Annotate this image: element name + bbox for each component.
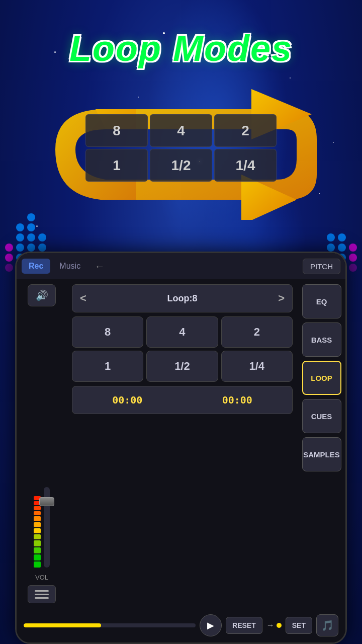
loop-overlay-quarter: 1/4 xyxy=(214,149,277,182)
loop-overlay-buttons: 8 4 2 1 1/2 1/4 xyxy=(80,109,282,187)
level-bar-5 xyxy=(34,516,41,521)
fader-area xyxy=(34,310,50,568)
level-bar-8 xyxy=(34,534,41,539)
loop-prev-button[interactable]: < xyxy=(80,292,86,305)
bass-button[interactable]: BASS xyxy=(302,323,341,357)
reset-button[interactable]: RESET xyxy=(226,617,262,634)
loop-nav: < Loop:8 > xyxy=(72,284,293,312)
music-add-icon: 🎵 xyxy=(321,619,334,631)
loop-btn-1[interactable]: 1 xyxy=(72,351,143,382)
menu-line-3 xyxy=(35,597,49,599)
loop-overlay-1: 1 xyxy=(85,149,148,182)
play-button[interactable]: ▶ xyxy=(200,614,222,636)
cue-arrow: → xyxy=(266,621,282,630)
loop-next-button[interactable]: > xyxy=(278,292,285,305)
speaker-button[interactable]: 🔊 xyxy=(28,284,56,306)
level-bar-7 xyxy=(34,528,41,533)
fader-handle[interactable] xyxy=(39,497,54,506)
page-title: Loop Modes xyxy=(69,28,293,69)
center-panel: < Loop:8 > 8 4 2 1 1/2 1/4 xyxy=(67,279,298,608)
loop-nav-label: Loop:8 xyxy=(167,293,198,304)
level-bar-3 xyxy=(34,506,41,510)
cues-button[interactable]: CUES xyxy=(302,399,341,433)
level-bar-6 xyxy=(34,522,41,527)
loop-modes-graphic: 8 4 2 1 1/2 1/4 xyxy=(35,79,327,220)
loop-btn-8[interactable]: 8 xyxy=(72,316,143,348)
speaker-icon: 🔊 xyxy=(36,289,48,301)
left-panel: 🔊 xyxy=(17,279,67,608)
level-bar-4 xyxy=(34,511,41,515)
right-panel: EQ BASS LOOP CUES SAMPLES xyxy=(298,279,345,608)
loop-btn-half[interactable]: 1/2 xyxy=(146,351,218,382)
level-bar-11 xyxy=(34,554,41,560)
set-button[interactable]: SET xyxy=(286,617,312,634)
volume-fader[interactable] xyxy=(44,487,50,568)
menu-button[interactable] xyxy=(28,585,56,603)
progress-fill xyxy=(24,623,101,627)
arrow-icon: → xyxy=(266,621,275,630)
bottom-bar: ▶ RESET → SET 🎵 xyxy=(17,608,345,642)
loop-overlay-half: 1/2 xyxy=(150,149,212,182)
time-row: 00:00 00:00 xyxy=(72,386,293,414)
loop-button[interactable]: LOOP xyxy=(302,361,341,395)
loop-overlay-8: 8 xyxy=(85,114,148,147)
samples-button[interactable]: SAMPLES xyxy=(302,437,341,471)
loop-grid: 8 4 2 1 1/2 1/4 xyxy=(72,316,293,382)
add-music-button[interactable]: 🎵 xyxy=(316,614,338,636)
cue-dot xyxy=(277,623,282,628)
loop-overlay-2: 2 xyxy=(214,114,277,147)
top-bar: Rec Music ← PITCH xyxy=(17,253,345,279)
time-left: 00:00 xyxy=(112,394,142,406)
loop-btn-quarter[interactable]: 1/4 xyxy=(221,351,293,382)
device-screen: Rec Music ← PITCH 🔊 xyxy=(15,252,347,644)
progress-bar[interactable] xyxy=(24,623,196,627)
menu-line-2 xyxy=(35,594,49,595)
main-area: 🔊 xyxy=(17,279,345,608)
rec-button[interactable]: Rec xyxy=(22,259,50,274)
vol-label: VOL xyxy=(35,574,48,581)
loop-btn-2[interactable]: 2 xyxy=(221,316,293,348)
play-icon: ▶ xyxy=(207,620,214,631)
menu-line-1 xyxy=(35,590,49,592)
back-arrow: ← xyxy=(95,261,105,272)
level-bar-12 xyxy=(34,561,41,568)
pitch-button[interactable]: PITCH xyxy=(303,259,340,274)
loop-overlay-4: 4 xyxy=(150,114,212,147)
music-button[interactable]: Music xyxy=(54,259,85,274)
level-bar-9 xyxy=(34,540,41,546)
time-right: 00:00 xyxy=(222,394,252,406)
level-meter xyxy=(34,496,41,568)
device-frame: Rec Music ← PITCH 🔊 xyxy=(15,252,347,644)
dj-interface: Rec Music ← PITCH 🔊 xyxy=(17,253,345,642)
eq-button[interactable]: EQ xyxy=(302,284,341,318)
level-bar-10 xyxy=(34,547,41,553)
loop-btn-4[interactable]: 4 xyxy=(146,316,218,348)
